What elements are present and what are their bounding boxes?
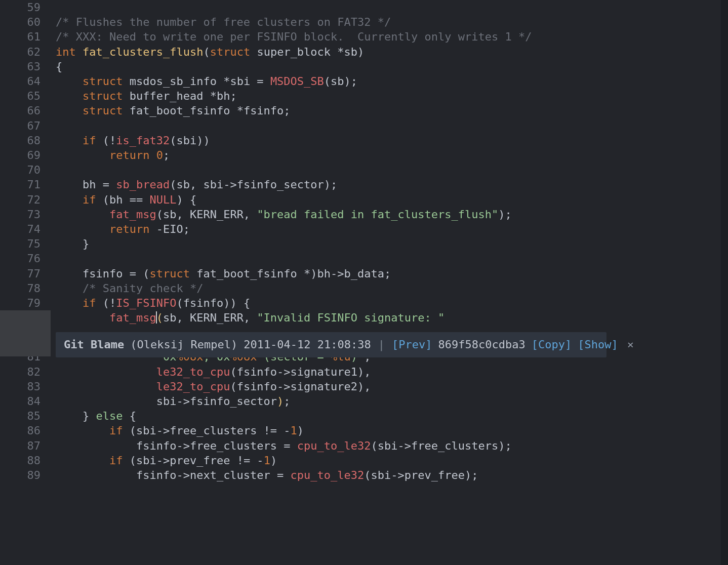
code-line[interactable]: 63{ (0, 59, 728, 74)
code-line[interactable]: 68 if (!is_fat32(sbi)) (0, 133, 728, 148)
code-line[interactable]: 66 struct fat_boot_fsinfo *fsinfo; (0, 103, 728, 118)
code-content[interactable]: le32_to_cpu(fsinfo->signature1), (51, 365, 728, 379)
token (149, 149, 156, 162)
code-content[interactable]: /* Sanity check */ (51, 281, 728, 296)
code-line[interactable]: 77 fsinfo = (struct fat_boot_fsinfo *)bh… (0, 266, 728, 281)
code-content[interactable] (51, 0, 728, 15)
code-line[interactable]: 61/* XXX: Need to write one per FSINFO b… (0, 29, 728, 44)
token (56, 208, 109, 221)
code-line[interactable]: 70 (0, 163, 728, 177)
code-line[interactable]: 84 sbi->fsinfo_sector); (0, 394, 728, 409)
line-number: 84 (0, 394, 51, 409)
code-line[interactable]: 74 return -EIO; (0, 222, 728, 236)
token (56, 75, 83, 88)
code-line[interactable]: 73 fat_msg(sb, KERN_ERR, "bread failed i… (0, 207, 728, 222)
code-content[interactable]: return 0; (51, 148, 728, 163)
code-line[interactable]: 65 struct buffer_head *bh; (0, 89, 728, 103)
token: struct (149, 267, 189, 280)
code-line[interactable]: 85 } else { (0, 409, 728, 423)
code-content[interactable]: if (sbi->prev_free != -1) (51, 453, 728, 468)
line-number: 66 (0, 103, 51, 118)
blame-close-button[interactable]: × (624, 337, 637, 352)
code-content[interactable]: int fat_clusters_flush(struct super_bloc… (51, 45, 728, 59)
code-line[interactable]: 75 } (0, 236, 728, 251)
token: (fsinfo->signature2), (230, 380, 371, 393)
token (56, 454, 109, 467)
code-content[interactable]: fsinfo = (struct fat_boot_fsinfo *)bh->b… (51, 266, 728, 281)
code-content[interactable]: bh = sb_bread(sb, sbi->fsinfo_sector); (51, 177, 728, 192)
token: fsinfo->next_cluster = (56, 469, 291, 481)
code-line[interactable]: 86 if (sbi->free_clusters != -1) (0, 423, 728, 438)
code-line[interactable]: 79 if (!IS_FSINFO(fsinfo)) { (0, 296, 728, 310)
code-content[interactable] (51, 251, 728, 266)
scrollbar-track[interactable] (721, 0, 728, 565)
token (56, 380, 156, 393)
line-number: 69 (0, 148, 51, 163)
token (56, 134, 83, 147)
code-line[interactable]: 80 fat_msg(sb, KERN_ERR, "Invalid FSINFO… (0, 310, 728, 325)
code-content[interactable]: if (bh == NULL) { (51, 192, 728, 207)
line-number: 85 (0, 409, 51, 423)
line-number: 88 (0, 453, 51, 468)
code-content[interactable] (51, 163, 728, 177)
code-content[interactable]: if (!IS_FSINFO(fsinfo)) { (51, 296, 728, 310)
code-line[interactable]: 60/* Flushes the number of free clusters… (0, 15, 728, 29)
code-line[interactable]: 83 le32_to_cpu(fsinfo->signature2), (0, 379, 728, 394)
git-blame-popup: Git Blame (Oleksij Rempel) 2011-04-12 21… (56, 332, 606, 357)
code-content[interactable]: /* XXX: Need to write one per FSINFO blo… (51, 29, 728, 44)
code-content[interactable]: fat_msg(sb, KERN_ERR, "Invalid FSINFO si… (51, 310, 728, 325)
code-content[interactable]: if (sbi->free_clusters != -1) (51, 423, 728, 438)
blame-show-link[interactable]: [Show] (578, 337, 618, 352)
code-content[interactable]: sbi->fsinfo_sector); (51, 394, 728, 409)
code-content[interactable]: struct buffer_head *bh; (51, 89, 728, 103)
code-content[interactable]: /* Flushes the number of free clusters o… (51, 15, 728, 29)
code-line[interactable]: 64 struct msdos_sb_info *sbi = MSDOS_SB(… (0, 74, 728, 89)
code-content[interactable]: if (!is_fat32(sbi)) (51, 133, 728, 148)
token: le32_to_cpu (156, 366, 230, 378)
code-editor[interactable]: 5960/* Flushes the number of free cluste… (0, 0, 728, 565)
token (56, 223, 109, 235)
token: return (109, 149, 149, 162)
code-line[interactable]: 59 (0, 0, 728, 15)
code-line[interactable]: 76 (0, 251, 728, 266)
code-line[interactable]: 69 return 0; (0, 148, 728, 163)
code-line[interactable]: 82 le32_to_cpu(fsinfo->signature1), (0, 365, 728, 379)
token: 1 (291, 424, 297, 437)
line-number: 62 (0, 45, 51, 59)
blame-copy-link[interactable]: [Copy] (532, 337, 572, 352)
token: ) (270, 454, 277, 467)
code-line[interactable]: 67 (0, 118, 728, 133)
code-line[interactable]: 89 fsinfo->next_cluster = cpu_to_le32(sb… (0, 468, 728, 482)
token (56, 366, 156, 378)
code-content[interactable]: le32_to_cpu(fsinfo->signature2), (51, 379, 728, 394)
code-line[interactable]: 87 fsinfo->free_clusters = cpu_to_le32(s… (0, 438, 728, 453)
code-line[interactable]: 88 if (sbi->prev_free != -1) (0, 453, 728, 468)
code-line[interactable]: 72 if (bh == NULL) { (0, 192, 728, 207)
token (56, 297, 83, 309)
line-number: 74 (0, 222, 51, 236)
code-content[interactable]: } else { (51, 409, 728, 423)
code-content[interactable]: struct fat_boot_fsinfo *fsinfo; (51, 103, 728, 118)
token: (fsinfo->signature1), (230, 366, 371, 378)
code-line[interactable]: 62int fat_clusters_flush(struct super_bl… (0, 45, 728, 59)
code-content[interactable]: return -EIO; (51, 222, 728, 236)
code-content[interactable]: { (51, 59, 728, 74)
code-content[interactable]: } (51, 236, 728, 251)
code-content[interactable]: struct msdos_sb_info *sbi = MSDOS_SB(sb)… (51, 74, 728, 89)
line-number: 68 (0, 133, 51, 148)
token: /* Sanity check */ (83, 282, 203, 295)
token: le32_to_cpu (156, 380, 230, 393)
code-line[interactable]: 78 /* Sanity check */ (0, 281, 728, 296)
code-content[interactable] (51, 118, 728, 133)
code-line[interactable]: 71 bh = sb_bread(sb, sbi->fsinfo_sector)… (0, 177, 728, 192)
code-content[interactable]: fsinfo->next_cluster = cpu_to_le32(sbi->… (51, 468, 728, 482)
token: (sb, sbi->fsinfo_sector); (170, 178, 337, 191)
token: fsinfo->free_clusters = (56, 439, 297, 452)
token: fsinfo = ( (56, 267, 149, 280)
token: (sbi)) (170, 134, 210, 147)
token: struct (83, 90, 123, 102)
blame-prev-link[interactable]: [Prev] (392, 337, 432, 352)
token: cpu_to_le32 (297, 439, 371, 452)
code-content[interactable]: fsinfo->free_clusters = cpu_to_le32(sbi-… (51, 438, 728, 453)
code-content[interactable]: fat_msg(sb, KERN_ERR, "bread failed in f… (51, 207, 728, 222)
